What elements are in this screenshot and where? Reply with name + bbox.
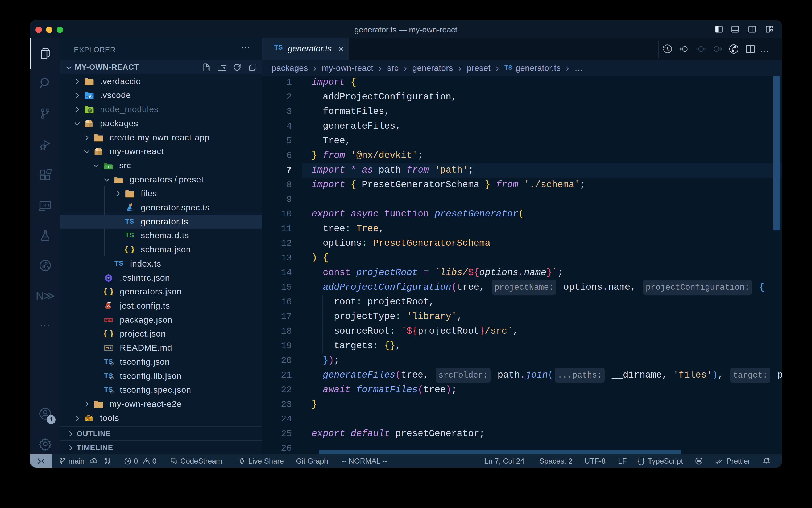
svg-text:npm: npm [105, 319, 112, 322]
svg-text:TS: TS [128, 208, 133, 211]
svg-text:JS: JS [89, 109, 93, 112]
